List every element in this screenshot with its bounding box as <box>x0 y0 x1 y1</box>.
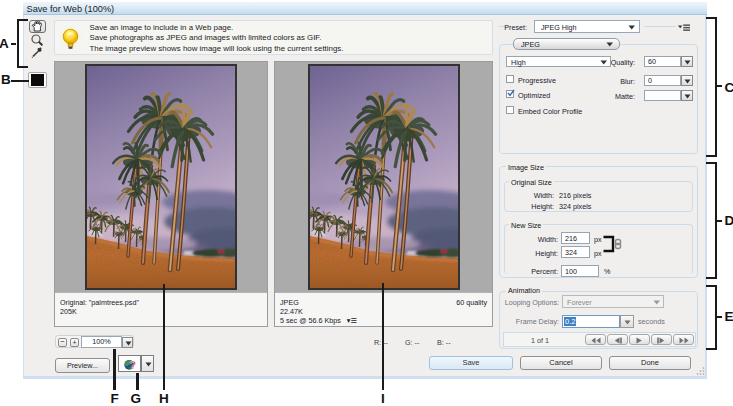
svg-text:?: ? <box>129 359 135 371</box>
